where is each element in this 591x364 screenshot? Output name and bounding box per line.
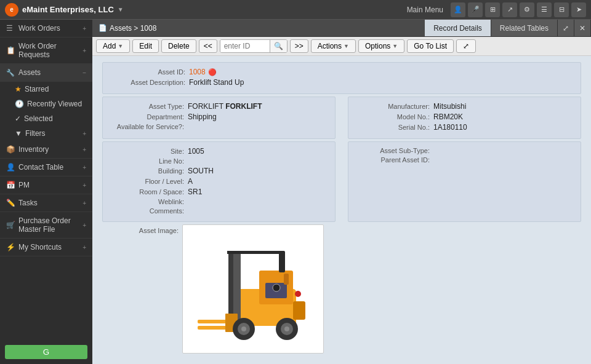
go-to-list-button[interactable]: Go To List bbox=[407, 39, 454, 53]
record-content: Asset ID: 1008 🔴 Asset Description: Fork… bbox=[92, 56, 591, 364]
menu-icon[interactable]: ☰ bbox=[537, 2, 552, 17]
breadcrumb: Assets > 1008 bbox=[110, 24, 156, 33]
asset-type-value: FORKLIFT FORKLIFT bbox=[188, 102, 262, 111]
sidebar-green-button[interactable]: G bbox=[5, 345, 87, 359]
nav-prev-button[interactable]: << bbox=[199, 39, 217, 53]
nav-next-button[interactable]: >> bbox=[290, 39, 308, 53]
options-button[interactable]: Options ▼ bbox=[358, 39, 404, 53]
sidebar-sub-starred[interactable]: ★ Starred bbox=[0, 82, 92, 97]
sidebar-label-purchase-order: Purchase Order Master File bbox=[18, 216, 82, 234]
additional-fields-grid: Site: 1005 Line No: Building: SOUTH Floo… bbox=[102, 141, 581, 222]
additional-left: Site: 1005 Line No: Building: SOUTH Floo… bbox=[102, 141, 336, 222]
fields-grid: Asset Type: FORKLIFT FORKLIFT Department… bbox=[102, 97, 581, 139]
weblink-label: Weblink: bbox=[108, 198, 188, 205]
site-value: 1005 bbox=[188, 147, 204, 156]
company-name: eMaint Enterprises, LLC bbox=[22, 5, 114, 14]
parent-asset-id-row: Parent Asset ID: bbox=[353, 156, 576, 164]
sidebar-item-pm[interactable]: 📅 PM + bbox=[0, 176, 92, 194]
manufacturer-label: Manufacturer: bbox=[353, 103, 433, 110]
microphone-icon[interactable]: 🎤 bbox=[468, 2, 483, 17]
asset-type-row: Asset Type: FORKLIFT FORKLIFT bbox=[108, 102, 330, 111]
pm-expand: + bbox=[82, 182, 86, 189]
pm-icon: 📅 bbox=[6, 181, 15, 189]
department-row: Department: Shipping bbox=[108, 113, 330, 121]
basic-info-box: Asset ID: 1008 🔴 Asset Description: Fork… bbox=[102, 62, 581, 94]
department-label: Department: bbox=[108, 113, 188, 121]
available-for-service-label: Available for Service?: bbox=[108, 123, 188, 130]
sidebar-sub-selected[interactable]: ✓ Selected bbox=[0, 111, 92, 126]
serial-no-value: 1A180110 bbox=[433, 123, 467, 132]
grid-icon[interactable]: ⊞ bbox=[485, 2, 500, 17]
actions-dropdown-icon: ▼ bbox=[344, 43, 349, 49]
sidebar-item-contact-table[interactable]: 👤 Contact Table + bbox=[0, 159, 92, 176]
arrow-icon[interactable]: ➤ bbox=[571, 2, 586, 17]
sidebar-sub-filters[interactable]: ▼ Filters + bbox=[0, 126, 92, 141]
content-area: 📄 Assets > 1008 Record Details Related T… bbox=[92, 20, 591, 364]
sidebar-item-purchase-order[interactable]: 🛒 Purchase Order Master File + bbox=[0, 212, 92, 239]
app-logo: e bbox=[5, 3, 18, 17]
logo-letter: e bbox=[10, 6, 14, 13]
purchase-order-expand: + bbox=[82, 222, 86, 229]
sidebar-label-selected: Selected bbox=[24, 114, 53, 123]
asset-id-value[interactable]: 1008 bbox=[189, 68, 206, 76]
top-bar-actions: Main Menu 👤 🎤 ⊞ ↗ ⚙ ☰ ⊟ ➤ bbox=[404, 2, 586, 17]
my-shortcuts-icon: ⚡ bbox=[6, 243, 15, 251]
sidebar-label-filters: Filters bbox=[25, 129, 46, 138]
sidebar-label-inventory: Inventory bbox=[18, 145, 49, 154]
work-order-requests-expand: + bbox=[82, 47, 86, 54]
starred-icon: ★ bbox=[15, 85, 22, 93]
tab-record-details[interactable]: Record Details bbox=[425, 20, 491, 36]
tab-related-tables[interactable]: Related Tables bbox=[491, 20, 558, 36]
asset-description-value: Forklift Stand Up bbox=[189, 78, 244, 87]
forklift-image bbox=[185, 228, 321, 350]
my-shortcuts-expand: + bbox=[82, 244, 86, 251]
work-orders-icon: ☰ bbox=[6, 24, 15, 33]
add-button[interactable]: Add ▼ bbox=[96, 39, 130, 53]
grid2-icon[interactable]: ⊟ bbox=[554, 2, 569, 17]
delete-button[interactable]: Delete bbox=[161, 39, 196, 53]
tab-close-button[interactable]: ✕ bbox=[574, 20, 591, 36]
user-icon[interactable]: 👤 bbox=[451, 2, 465, 17]
share-record-button[interactable]: ⤢ bbox=[456, 39, 476, 53]
asset-image-section: Asset Image: bbox=[102, 224, 581, 354]
main-menu-label[interactable]: Main Menu bbox=[404, 4, 446, 15]
sidebar-item-assets[interactable]: 🔧 Assets − bbox=[0, 64, 92, 82]
edit-button[interactable]: Edit bbox=[132, 39, 159, 53]
company-dropdown-icon[interactable]: ▼ bbox=[118, 6, 124, 13]
site-row: Site: 1005 bbox=[108, 147, 330, 156]
share-icon[interactable]: ↗ bbox=[502, 2, 517, 17]
sidebar-sub-recently-viewed[interactable]: 🕐 Recently Viewed bbox=[0, 97, 92, 111]
parent-asset-id-label: Parent Asset ID: bbox=[353, 156, 433, 164]
add-dropdown-icon: ▼ bbox=[118, 43, 123, 49]
assets-icon: 🔧 bbox=[6, 69, 15, 77]
tab-expand-button[interactable]: ⤢ bbox=[558, 20, 574, 36]
sidebar-item-work-orders[interactable]: ☰ Work Orders + bbox=[0, 20, 92, 38]
serial-no-label: Serial No.: bbox=[353, 124, 433, 131]
sidebar-label-work-order-requests: Work Order Requests bbox=[18, 42, 82, 59]
breadcrumb-icon: 📄 bbox=[98, 24, 107, 32]
asset-sub-type-label: Asset Sub-Type: bbox=[353, 147, 433, 154]
svg-rect-16 bbox=[279, 251, 285, 272]
asset-image-area bbox=[182, 224, 324, 354]
sidebar-item-tasks[interactable]: ✏️ Tasks + bbox=[0, 194, 92, 212]
sidebar-item-my-shortcuts[interactable]: ⚡ My Shortcuts + bbox=[0, 239, 92, 256]
app-title-area: e eMaint Enterprises, LLC ▼ bbox=[5, 3, 124, 17]
inventory-icon: 📦 bbox=[6, 145, 15, 154]
actions-button[interactable]: Actions ▼ bbox=[311, 39, 356, 53]
sidebar-label-my-shortcuts: My Shortcuts bbox=[18, 243, 62, 251]
settings-icon[interactable]: ⚙ bbox=[520, 2, 534, 17]
sidebar-item-inventory[interactable]: 📦 Inventory + bbox=[0, 141, 92, 159]
sidebar-item-work-order-requests[interactable]: 📋 Work Order Requests + bbox=[0, 38, 92, 64]
sidebar-label-pm: PM bbox=[18, 181, 30, 189]
filters-expand: + bbox=[82, 130, 86, 137]
main-layout: ☰ Work Orders + 📋 Work Order Requests + … bbox=[0, 20, 591, 364]
work-order-requests-icon: 📋 bbox=[6, 46, 15, 55]
manufacturer-value: Mitsubishi bbox=[433, 102, 466, 111]
search-button[interactable]: 🔍 bbox=[270, 40, 287, 52]
svg-point-13 bbox=[284, 326, 289, 331]
room-space-label: Room / Space: bbox=[108, 188, 188, 196]
sidebar-label-work-orders: Work Orders bbox=[18, 24, 60, 33]
id-input[interactable] bbox=[220, 40, 270, 52]
tasks-expand: + bbox=[82, 200, 86, 207]
asset-id-warning: 🔴 bbox=[208, 68, 217, 76]
